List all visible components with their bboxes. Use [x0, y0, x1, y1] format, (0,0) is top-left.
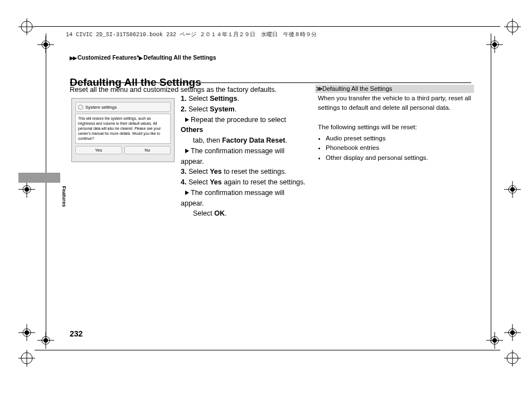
breadcrumb-part: Defaulting All the Settings	[143, 54, 216, 61]
crop-rule	[35, 350, 500, 350]
cross-mark-icon	[486, 332, 503, 349]
section-tab-label: Features	[61, 186, 67, 207]
section-tab	[18, 173, 60, 183]
crop-rule	[46, 33, 46, 343]
registration-mark-icon	[504, 18, 521, 35]
step-sub: Repeat the procedure to select Others	[181, 115, 309, 136]
breadcrumb-arrow-icon: ▶	[139, 55, 142, 61]
crop-rule	[35, 26, 500, 27]
back-icon	[78, 105, 83, 110]
title-underline	[70, 82, 471, 83]
sidebar-bullet: Phonebook entries	[326, 143, 474, 153]
sidebar-bullet: Other display and personal settings.	[326, 153, 474, 163]
intro-text: Reset all the menu and customized settin…	[70, 86, 277, 94]
registration-mark-icon	[504, 350, 521, 367]
registration-mark-icon	[18, 18, 35, 35]
registration-mark-icon	[18, 350, 35, 367]
breadcrumb: ▶▶Customized Features*▶Defaulting All th…	[70, 54, 216, 61]
step-sub: The confirmation message will appear.	[181, 146, 309, 167]
step-sub: The confirmation message will appear.	[181, 188, 309, 209]
step-item: 1. Select Settings.	[181, 94, 309, 104]
step-item: 2. Select System.	[181, 104, 309, 115]
dialog-titlebar: System settings	[75, 102, 171, 112]
procedure-list: 1. Select Settings. 2. Select System. Re…	[181, 94, 309, 219]
yes-button[interactable]: Yes	[75, 146, 122, 154]
arrow-icon	[185, 118, 189, 122]
sidebar-bullet: Audio preset settings	[326, 134, 474, 143]
page-number: 232	[70, 329, 83, 338]
cross-mark-icon	[18, 324, 35, 341]
step-item: 4. Select Yes again to reset the setting…	[181, 177, 309, 188]
step-item: 3. Select Yes to reset the settings.	[181, 167, 309, 177]
step-sub: Select OK.	[181, 208, 309, 219]
cross-mark-icon	[504, 324, 521, 341]
step-sub: tab, then Factory Data Reset.	[181, 135, 309, 146]
sidebar-body: When you transfer the vehicle to a third…	[318, 94, 474, 163]
sidebar-paragraph: The following settings will be reset:	[318, 123, 474, 132]
sidebar-heading: ≫Defaulting All the Settings	[315, 85, 474, 93]
dialog-title-text: System settings	[85, 105, 117, 110]
cross-mark-icon	[504, 181, 521, 198]
no-button[interactable]: No	[124, 146, 171, 154]
dialog-body-text: This will restore the system settings, s…	[75, 114, 171, 144]
cross-mark-icon	[486, 36, 503, 53]
breadcrumb-arrow-icon: ▶▶	[70, 55, 76, 61]
arrow-icon	[185, 191, 189, 195]
breadcrumb-part: Customized Features	[78, 54, 137, 61]
sidebar-paragraph: When you transfer the vehicle to a third…	[318, 94, 474, 113]
arrow-icon	[185, 149, 189, 153]
book-header-line: 14 CIVIC 2D_SI-31TS86210.book 232 ページ ２０…	[66, 31, 317, 38]
sidebar-arrow-icon: ≫	[316, 85, 321, 92]
cross-mark-icon	[18, 181, 35, 198]
system-settings-dialog: System settings This will restore the sy…	[71, 98, 175, 162]
crop-rule	[491, 33, 491, 343]
